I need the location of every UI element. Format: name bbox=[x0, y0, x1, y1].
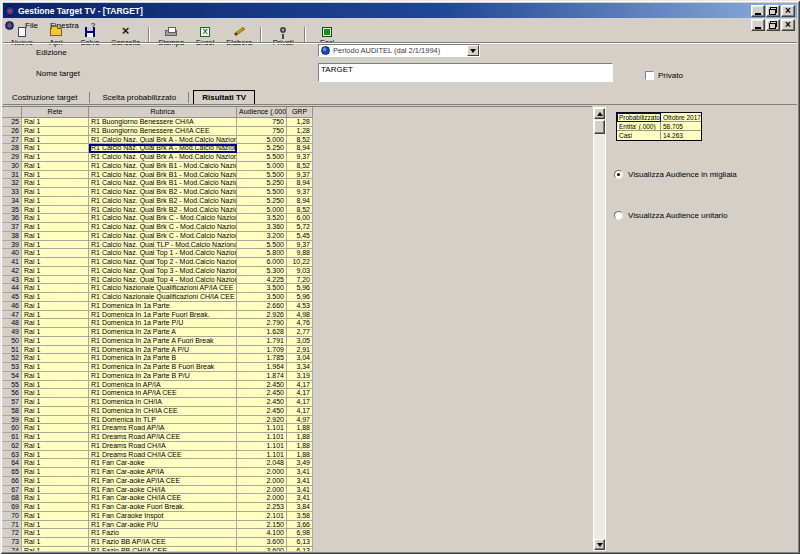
grp-cell[interactable]: 3,49 bbox=[287, 459, 313, 468]
row-number-cell[interactable]: 32 bbox=[2, 179, 22, 188]
rubrica-cell[interactable]: R1 Fan Caraoke Inspot bbox=[89, 512, 237, 521]
row-number-cell[interactable]: 45 bbox=[2, 293, 22, 302]
rubrica-cell[interactable]: R1 Domenica In TLP bbox=[89, 416, 237, 425]
table-row[interactable]: 35Rai 1R1 Calcio Naz. Qual Brk B2 - Mod.… bbox=[2, 206, 592, 215]
grp-cell[interactable]: 4,76 bbox=[287, 319, 313, 328]
rubrica-cell[interactable]: R1 Domenica In 2a Parte A bbox=[89, 328, 237, 337]
row-number-cell[interactable]: 55 bbox=[2, 381, 22, 390]
row-number-cell[interactable]: 25 bbox=[2, 118, 22, 127]
rete-cell[interactable]: Rai 1 bbox=[22, 468, 89, 477]
grp-cell[interactable]: 3,05 bbox=[287, 337, 313, 346]
audience-cell[interactable]: 5.500 bbox=[237, 153, 287, 162]
table-row[interactable]: 63Rai 1R1 Dreams Road CH/IA CEE1.1011,88 bbox=[2, 451, 592, 460]
rete-cell[interactable]: Rai 1 bbox=[22, 547, 89, 551]
grp-cell[interactable]: 8,52 bbox=[287, 206, 313, 215]
rubrica-cell[interactable]: R1 Calcio Naz. Qual Brk B2 - Mod.Calcio … bbox=[89, 197, 237, 206]
rete-cell[interactable]: Rai 1 bbox=[22, 328, 89, 337]
grp-cell[interactable]: 9,03 bbox=[287, 267, 313, 276]
audience-cell[interactable]: 3.600 bbox=[237, 538, 287, 547]
row-number-cell[interactable]: 39 bbox=[2, 241, 22, 250]
row-number-cell[interactable]: 51 bbox=[2, 346, 22, 355]
grp-cell[interactable]: 7,20 bbox=[287, 276, 313, 285]
table-row[interactable]: 56Rai 1R1 Domenica In AP/IA CEE2.4504,17 bbox=[2, 389, 592, 398]
row-number-cell[interactable]: 46 bbox=[2, 302, 22, 311]
audience-cell[interactable]: 3.360 bbox=[237, 223, 287, 232]
rubrica-cell[interactable]: R1 Fan Car-aoke Fuori Break. bbox=[89, 503, 237, 512]
row-number-cell[interactable]: 34 bbox=[2, 197, 22, 206]
table-row[interactable]: 58Rai 1R1 Domenica In CH/IA CEE2.4504,17 bbox=[2, 407, 592, 416]
grp-cell[interactable]: 5,96 bbox=[287, 293, 313, 302]
grp-cell[interactable]: 8,94 bbox=[287, 179, 313, 188]
tab-risultati-tv[interactable]: Risultati TV bbox=[193, 90, 255, 105]
grp-cell[interactable]: 4,17 bbox=[287, 398, 313, 407]
grp-cell[interactable]: 5,96 bbox=[287, 284, 313, 293]
row-number-cell[interactable]: 36 bbox=[2, 214, 22, 223]
scrollbar-thumb[interactable] bbox=[594, 120, 605, 134]
radio-option-migliaia[interactable]: Visualizza Audience in migliaia bbox=[614, 170, 737, 179]
audience-cell[interactable]: 1.785 bbox=[237, 354, 287, 363]
audience-cell[interactable]: 5.000 bbox=[237, 162, 287, 171]
table-row[interactable]: 33Rai 1R1 Calcio Naz. Qual Brk B2 - Mod.… bbox=[2, 188, 592, 197]
rete-cell[interactable]: Rai 1 bbox=[22, 153, 89, 162]
rete-cell[interactable]: Rai 1 bbox=[22, 241, 89, 250]
rubrica-cell[interactable]: R1 Calcio Naz. Qual Brk B2 - Mod.Calcio … bbox=[89, 206, 237, 215]
rubrica-cell[interactable]: R1 Calcio Naz. Qual Brk B1 - Mod.Calcio … bbox=[89, 179, 237, 188]
table-row[interactable]: 28Rai 1R1 Calcio Naz. Qual Brk A - Mod.C… bbox=[2, 144, 592, 153]
row-number-cell[interactable]: 42 bbox=[2, 267, 22, 276]
rete-cell[interactable]: Rai 1 bbox=[22, 267, 89, 276]
rubrica-cell[interactable]: R1 Calcio Naz. Qual Top 4 - Mod.Calcio N… bbox=[89, 276, 237, 285]
table-row[interactable]: 42Rai 1R1 Calcio Naz. Qual Top 3 - Mod.C… bbox=[2, 267, 592, 276]
rete-cell[interactable]: Rai 1 bbox=[22, 521, 89, 530]
row-number-cell[interactable]: 66 bbox=[2, 477, 22, 486]
audience-cell[interactable]: 2.253 bbox=[237, 503, 287, 512]
audience-cell[interactable]: 1.628 bbox=[237, 328, 287, 337]
row-number-cell[interactable]: 71 bbox=[2, 521, 22, 530]
edizione-dropdown-button[interactable] bbox=[467, 45, 479, 56]
rubrica-cell[interactable]: R1 Fan Car-aoke CH/IA bbox=[89, 486, 237, 495]
row-number-cell[interactable]: 30 bbox=[2, 162, 22, 171]
rubrica-cell[interactable]: R1 Fan Car-aoke P/U bbox=[89, 521, 237, 530]
grp-cell[interactable]: 4,17 bbox=[287, 407, 313, 416]
grp-cell[interactable]: 2,77 bbox=[287, 328, 313, 337]
rubrica-cell[interactable]: R1 Domenica In 2a Parte B Fuori Break bbox=[89, 363, 237, 372]
grp-cell[interactable]: 3,41 bbox=[287, 486, 313, 495]
grp-cell[interactable]: 4,98 bbox=[287, 311, 313, 320]
grp-cell[interactable]: 1,88 bbox=[287, 442, 313, 451]
scroll-up-button[interactable] bbox=[594, 108, 605, 119]
audience-cell[interactable]: 5.000 bbox=[237, 206, 287, 215]
rubrica-cell[interactable]: R1 Calcio Naz. Qual Brk B1 - Mod.Calcio … bbox=[89, 171, 237, 180]
row-number-cell[interactable]: 33 bbox=[2, 188, 22, 197]
row-number-cell[interactable]: 61 bbox=[2, 433, 22, 442]
column-header-audience[interactable]: Audience (.000) bbox=[237, 107, 287, 118]
grp-cell[interactable]: 6,13 bbox=[287, 538, 313, 547]
rete-cell[interactable]: Rai 1 bbox=[22, 197, 89, 206]
audience-cell[interactable]: 5.500 bbox=[237, 241, 287, 250]
rete-cell[interactable]: Rai 1 bbox=[22, 258, 89, 267]
minimize-button[interactable] bbox=[751, 5, 765, 17]
table-row[interactable]: 44Rai 1R1 Calcio Nazionale Qualificazion… bbox=[2, 284, 592, 293]
audience-cell[interactable]: 2.000 bbox=[237, 477, 287, 486]
privato-checkbox[interactable] bbox=[645, 71, 654, 80]
grp-cell[interactable]: 4,53 bbox=[287, 302, 313, 311]
column-header-rubrica[interactable]: Rubrica bbox=[89, 107, 237, 118]
rete-cell[interactable]: Rai 1 bbox=[22, 302, 89, 311]
row-number-cell[interactable]: 54 bbox=[2, 372, 22, 381]
row-number-cell[interactable]: 31 bbox=[2, 171, 22, 180]
table-row[interactable]: 66Rai 1R1 Fan Car-aoke AP/IA CEE2.0003,4… bbox=[2, 477, 592, 486]
grp-cell[interactable]: 4,17 bbox=[287, 381, 313, 390]
table-row[interactable]: 70Rai 1R1 Fan Caraoke Inspot2.1013,58 bbox=[2, 512, 592, 521]
audience-cell[interactable]: 2.450 bbox=[237, 381, 287, 390]
audience-cell[interactable]: 5.250 bbox=[237, 179, 287, 188]
rete-cell[interactable]: Rai 1 bbox=[22, 503, 89, 512]
grp-cell[interactable]: 3,58 bbox=[287, 512, 313, 521]
grp-cell[interactable]: 8,94 bbox=[287, 144, 313, 153]
grp-cell[interactable]: 3,41 bbox=[287, 468, 313, 477]
table-row[interactable]: 68Rai 1R1 Fan Car-aoke CH/IA CEE2.0003,4… bbox=[2, 494, 592, 503]
rete-cell[interactable]: Rai 1 bbox=[22, 319, 89, 328]
audience-cell[interactable]: 750 bbox=[237, 118, 287, 127]
table-row[interactable]: 38Rai 1R1 Calcio Naz. Qual Brk C - Mod.C… bbox=[2, 232, 592, 241]
grp-cell[interactable]: 1,28 bbox=[287, 118, 313, 127]
rete-cell[interactable]: Rai 1 bbox=[22, 529, 89, 538]
audience-cell[interactable]: 3.600 bbox=[237, 547, 287, 551]
rubrica-cell[interactable]: R1 Calcio Naz. Qual Top 1 - Mod.Calcio N… bbox=[89, 249, 237, 258]
